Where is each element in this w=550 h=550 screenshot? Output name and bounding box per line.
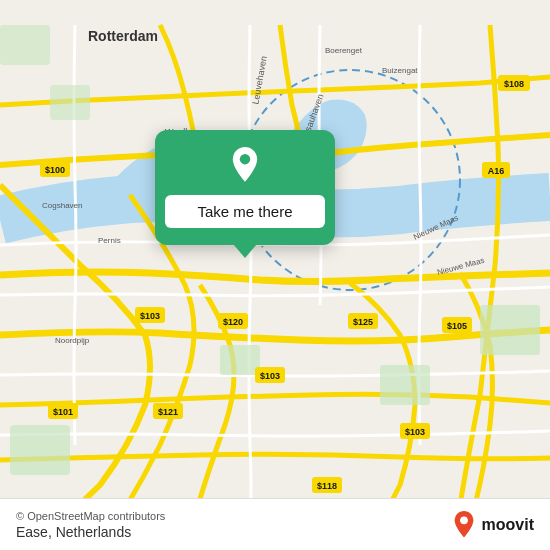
svg-text:$108: $108 (504, 79, 524, 89)
svg-text:$120: $120 (223, 317, 243, 327)
svg-text:Cogshaven: Cogshaven (42, 201, 82, 210)
svg-text:$118: $118 (317, 481, 337, 491)
svg-text:$103: $103 (405, 427, 425, 437)
location-pin-icon (225, 147, 265, 187)
svg-text:$105: $105 (447, 321, 467, 331)
bottom-bar: © OpenStreetMap contributors Ease, Nethe… (0, 498, 550, 550)
svg-text:Rotterdam: Rotterdam (88, 28, 158, 44)
svg-rect-4 (380, 365, 430, 405)
svg-rect-5 (480, 305, 540, 355)
moovit-brand-text: moovit (482, 516, 534, 534)
svg-text:$125: $125 (353, 317, 373, 327)
popup-arrow (233, 244, 257, 258)
svg-point-44 (460, 516, 468, 524)
moovit-icon (450, 511, 478, 539)
popup-card-container: Take me there (155, 130, 335, 258)
map-container: $100 $108 A16 $103 $103 $103 $105 $118 $… (0, 0, 550, 550)
svg-text:$101: $101 (53, 407, 73, 417)
take-me-there-button[interactable]: Take me there (165, 195, 325, 228)
svg-text:$103: $103 (260, 371, 280, 381)
svg-text:$121: $121 (158, 407, 178, 417)
svg-rect-7 (50, 85, 90, 120)
svg-text:Pernis: Pernis (98, 236, 121, 245)
location-label: Ease, Netherlands (16, 524, 165, 540)
svg-rect-3 (220, 345, 260, 375)
popup-card: Take me there (155, 130, 335, 245)
svg-text:$100: $100 (45, 165, 65, 175)
moovit-logo: moovit (450, 511, 534, 539)
svg-text:Noordpijp: Noordpijp (55, 336, 90, 345)
attribution-text: © OpenStreetMap contributors (16, 510, 165, 522)
svg-text:$103: $103 (140, 311, 160, 321)
svg-point-43 (240, 154, 250, 164)
svg-text:Buizengat: Buizengat (382, 66, 418, 75)
svg-rect-2 (10, 425, 70, 475)
svg-rect-6 (0, 25, 50, 65)
svg-text:A16: A16 (488, 166, 505, 176)
svg-text:Boerenget: Boerenget (325, 46, 363, 55)
